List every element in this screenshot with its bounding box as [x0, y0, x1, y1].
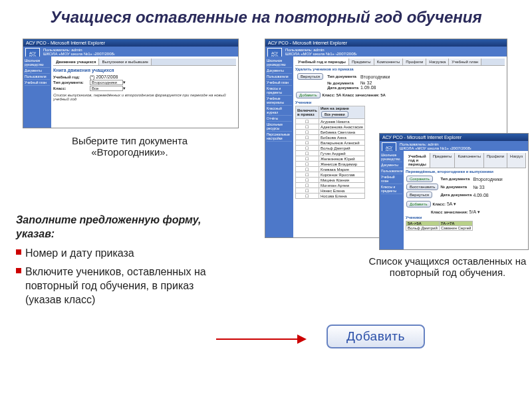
class-enroll-select[interactable]: 5/А [469, 209, 477, 214]
screenshot-3: АСУ РСО - Microsoft Internet Explorer АС… [379, 133, 529, 250]
class-select[interactable]: Все [90, 86, 123, 91]
bullet-1: Номер и дату приказа [25, 247, 134, 261]
screenshot-1: АСУ РСО - Microsoft Internet Explorer АС… [23, 39, 239, 128]
instructions: Заполните предложенную форму, указав: Но… [16, 213, 222, 307]
class-select[interactable]: 5А [447, 201, 453, 206]
instructions-heading: Заполните предложенную форму, указав: [16, 213, 222, 241]
caption-1: Выберите тип документа «Второгодники». [40, 135, 219, 158]
tab-profiles[interactable]: Профили [403, 59, 426, 65]
school-label: ШКОЛА «МОУ школа №1» ›2007/2008‹ [43, 52, 235, 56]
sidebar: Школьное руководствоДокументыПользовател… [380, 151, 404, 249]
add-button[interactable]: Добавить [406, 201, 431, 207]
section-heading: Книга движения учащихся [53, 68, 236, 72]
back-button[interactable]: Вернуться [406, 192, 432, 198]
page-title: Учащиеся оставленные на повторный год об… [0, 0, 532, 31]
tab-subjects[interactable]: Предметы [349, 59, 374, 65]
main-panel-3: Учебный год и периоды Предметы Компонент… [404, 151, 528, 249]
bullet-icon [16, 249, 21, 255]
bullet-icon [16, 268, 21, 273]
tab-components[interactable]: Компоненты [374, 59, 404, 65]
tab-year[interactable]: Учебный год и периоды [295, 59, 349, 65]
window-title: АСУ РСО - Microsoft Internet Explorer [23, 39, 238, 47]
arrow-icon [216, 334, 316, 344]
back-button[interactable]: Вернуться [297, 73, 323, 80]
tab-movement[interactable]: Движение учащихся [53, 59, 99, 65]
students-table: Включить в приказИмя на экранеВсе ученик… [295, 106, 365, 199]
doc-type-select[interactable]: Второгодники [90, 80, 123, 85]
window-title: АСУ РСО - Microsoft Internet Explorer [380, 134, 528, 141]
save-button[interactable]: Сохранить [406, 176, 433, 182]
caption-2: Список учащихся оставленных на повторный… [364, 255, 531, 278]
all-students-button[interactable]: Все ученики [321, 111, 348, 118]
add-button[interactable]: Добавить [296, 92, 321, 98]
add-button-large[interactable]: Добавить [327, 325, 425, 348]
checkbox[interactable]: ☐ [296, 119, 319, 124]
bullet-2: Включите учеников, оставленных на повтор… [25, 265, 222, 307]
tab-graduates[interactable]: Выпускники и выбывшие [99, 59, 151, 65]
sidebar: Школьное руководствоДокументыПользовател… [23, 57, 51, 128]
main-panel-1: Движение учащихся Выпускники и выбывшие … [51, 57, 238, 128]
window-title: АСУ РСО - Microsoft Internet Explorer [265, 39, 507, 47]
restore-button[interactable]: Восстановить [406, 184, 438, 190]
tab-load[interactable]: Нагрузка [426, 59, 449, 65]
notice-text: Список выпускников, переведённых и второ… [53, 93, 236, 101]
sidebar: Школьное руководствоДокументыПользовател… [265, 57, 293, 237]
tab-plan[interactable]: Учебный план [449, 59, 481, 65]
